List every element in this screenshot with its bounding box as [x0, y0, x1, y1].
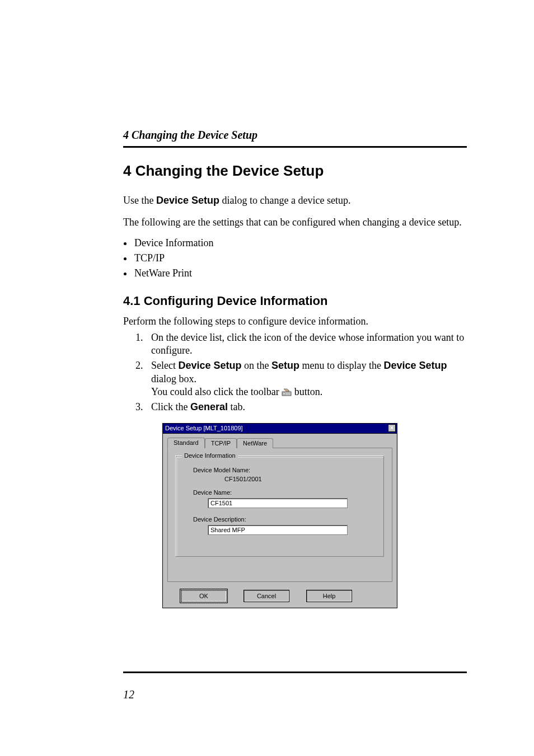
- s3-text: tab.: [228, 401, 245, 412]
- subsection-heading: 4.1 Configuring Device Information: [123, 294, 467, 308]
- device-description-label: Device Description:: [193, 516, 374, 523]
- tab-panel-standard: Device Information Device Model Name: CF…: [167, 448, 392, 582]
- s2-bold: Device Setup: [384, 360, 447, 371]
- s2-text: on the: [242, 360, 272, 371]
- device-model-name-label: Device Model Name:: [193, 467, 374, 473]
- bullet-list: Device Information TCP/IP NetWare Print: [123, 237, 467, 279]
- dialog-body: Standard TCP/IP NetWare Device Informati…: [162, 433, 397, 608]
- tab-strip: Standard TCP/IP NetWare: [167, 437, 392, 448]
- ok-button[interactable]: OK: [181, 590, 227, 602]
- intro1-bold: Device Setup: [156, 195, 219, 206]
- section-heading: 4 Changing the Device Setup: [123, 162, 467, 180]
- device-name-label: Device Name:: [193, 489, 374, 496]
- device-description-input[interactable]: [208, 525, 348, 535]
- s3-bold: General: [190, 401, 228, 412]
- s2-line2-pre: You could also click the toolbar: [151, 386, 282, 397]
- s2-bold: Device Setup: [178, 360, 241, 371]
- step-item: Select Device Setup on the Setup menu to…: [146, 359, 467, 398]
- page-number: 12: [123, 688, 134, 701]
- bullet-item: TCP/IP: [133, 252, 467, 264]
- bullet-item: NetWare Print: [133, 267, 467, 279]
- device-model-name-value: CF1501/2001: [224, 476, 374, 482]
- intro1-post: dialog to change a device setup.: [219, 195, 350, 206]
- s2-line2-post: button.: [294, 386, 323, 397]
- device-setup-dialog: Device Setup [MLT_101809] × Standard TCP…: [162, 423, 397, 608]
- device-setup-toolbar-icon: [282, 388, 292, 396]
- rule-top: [123, 146, 467, 148]
- running-head: 4 Changing the Device Setup: [123, 129, 467, 142]
- svg-rect-1: [283, 393, 285, 395]
- tab-tcpip[interactable]: TCP/IP: [205, 438, 237, 448]
- intro-para-2: The following are the settings that can …: [123, 216, 467, 229]
- s2-bold: Setup: [271, 360, 299, 371]
- dialog-button-row: OK Cancel Help: [167, 590, 392, 602]
- steps-list: On the device list, click the icon of th…: [123, 331, 467, 414]
- group-legend: Device Information: [182, 452, 238, 459]
- step-item: Click the General tab.: [146, 401, 467, 414]
- s2-text: menu to display the: [299, 360, 383, 371]
- dialog-titlebar[interactable]: Device Setup [MLT_101809] ×: [162, 423, 397, 433]
- cancel-button[interactable]: Cancel: [243, 590, 289, 602]
- tab-netware[interactable]: NetWare: [237, 438, 273, 448]
- device-information-group: Device Information Device Model Name: CF…: [176, 456, 384, 557]
- s2-text: Select: [151, 360, 178, 371]
- intro1-pre: Use the: [123, 195, 156, 206]
- s3-text: Click the: [151, 401, 190, 412]
- rule-bottom: [123, 672, 467, 673]
- help-button[interactable]: Help: [306, 590, 352, 602]
- device-name-input[interactable]: [208, 498, 348, 508]
- tab-standard[interactable]: Standard: [167, 438, 205, 448]
- lead-para: Perform the following steps to configure…: [123, 315, 467, 328]
- intro-para-1: Use the Device Setup dialog to change a …: [123, 194, 467, 207]
- dialog-title: Device Setup [MLT_101809]: [165, 425, 243, 431]
- close-icon[interactable]: ×: [388, 424, 396, 432]
- s2-text: dialog box.: [151, 373, 196, 384]
- step-item: On the device list, click the icon of th…: [146, 331, 467, 358]
- bullet-item: Device Information: [133, 237, 467, 249]
